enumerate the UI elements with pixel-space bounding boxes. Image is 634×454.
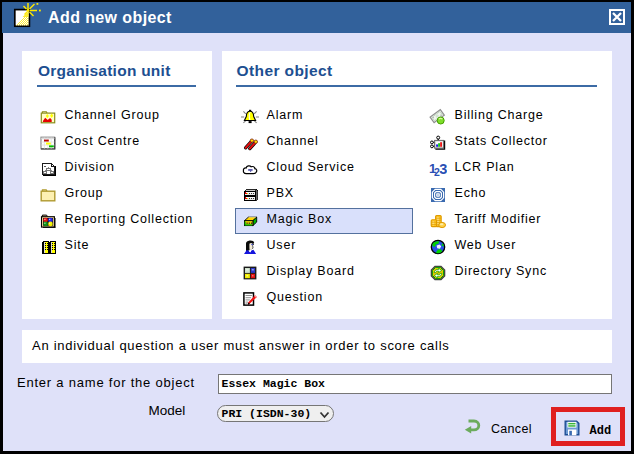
svg-text:3: 3 xyxy=(439,161,447,177)
